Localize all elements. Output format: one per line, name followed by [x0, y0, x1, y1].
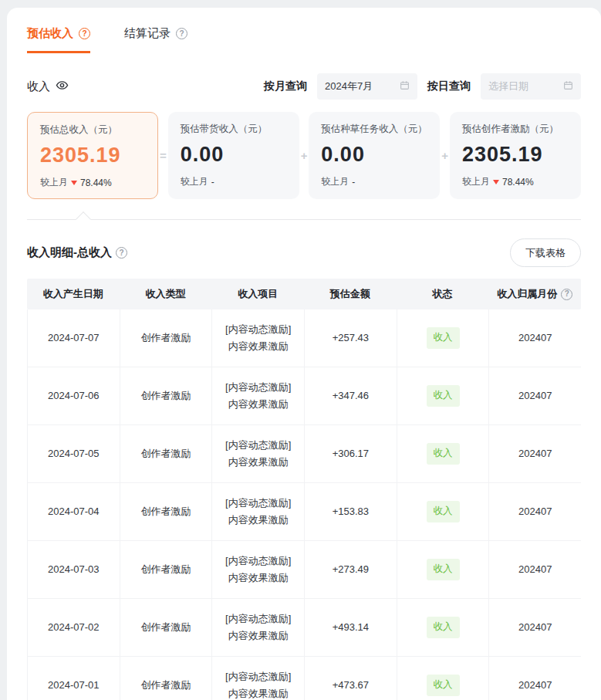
card-label: 预估总收入（元）: [40, 123, 145, 137]
tab-settlement-records-label: 结算记录: [124, 26, 171, 41]
header-attribution-month: 收入归属月份 ?: [488, 279, 581, 309]
card-footer: 较上月 -: [321, 175, 427, 188]
cell-amount: +493.14: [305, 599, 397, 656]
compare-label: 较上月: [321, 175, 349, 188]
question-icon[interactable]: ?: [176, 28, 187, 39]
card-footer: 较上月 78.44%: [40, 176, 145, 189]
cell-status: 收入: [397, 309, 490, 367]
card-value: 2305.19: [462, 143, 569, 167]
equals-operator: =: [158, 112, 168, 199]
cell-project: [内容动态激励] 内容效果激励: [212, 541, 305, 598]
cell-type: 创作者激励: [120, 541, 213, 598]
card-label: 预估种草任务收入（元）: [321, 123, 427, 136]
cell-month: 202407: [489, 483, 581, 540]
header-income-date: 收入产生日期: [27, 279, 120, 309]
cell-status: 收入: [397, 541, 490, 598]
card-value: 0.00: [321, 143, 427, 167]
toolbar: 收入 按月查询 2024年7月 按日查询: [7, 53, 601, 100]
cell-amount: +306.17: [305, 425, 397, 482]
table-row: 2024-07-07 创作者激励 [内容动态激励] 内容效果激励 +257.43…: [27, 309, 581, 367]
card-footer: 较上月 78.44%: [462, 175, 569, 188]
status-badge: 收入: [427, 617, 460, 637]
eye-icon[interactable]: [56, 79, 69, 94]
status-badge: 收入: [427, 559, 460, 580]
change-value: -: [352, 177, 355, 188]
summary-cards: 预估总收入（元） 2305.19 较上月 78.44% = 预估带货收入（元） …: [7, 100, 601, 199]
header-status: 状态: [397, 279, 489, 309]
cell-month: 202407: [489, 367, 581, 424]
card-label: 预估带货收入（元）: [181, 123, 287, 136]
plus-operator: +: [299, 112, 309, 199]
status-badge: 收入: [427, 385, 460, 406]
table-row: 2024-07-02 创作者激励 [内容动态激励] 内容效果激励 +493.14…: [27, 599, 581, 657]
plus-operator: +: [440, 112, 450, 199]
cell-project: [内容动态激励] 内容效果激励: [212, 483, 305, 540]
compare-label: 较上月: [462, 175, 490, 188]
cell-status: 收入: [397, 599, 490, 656]
table-row: 2024-07-06 创作者激励 [内容动态激励] 内容效果激励 +347.46…: [27, 367, 581, 425]
day-query-label: 按日查询: [427, 79, 471, 93]
card-total-income[interactable]: 预估总收入（元） 2305.19 较上月 78.44%: [27, 112, 158, 199]
cell-amount: +153.83: [305, 483, 397, 540]
month-picker[interactable]: 2024年7月: [317, 73, 417, 100]
change-value: -: [211, 177, 214, 188]
cell-amount: +347.46: [305, 367, 397, 424]
header-estimated-amount: 预估金额: [304, 279, 397, 309]
trend-down-icon: [493, 180, 499, 184]
tab-bar: 预估收入 ? 结算记录 ?: [7, 8, 601, 53]
status-badge: 收入: [427, 675, 460, 695]
card-label: 预估创作者激励（元）: [462, 123, 569, 136]
cell-month: 202407: [489, 425, 581, 482]
status-badge: 收入: [427, 501, 460, 522]
cell-project: [内容动态激励] 内容效果激励: [212, 309, 305, 367]
card-creator-incentive[interactable]: 预估创作者激励（元） 2305.19 较上月 78.44%: [450, 112, 581, 199]
calendar-icon: [400, 80, 410, 93]
cell-type: 创作者激励: [120, 309, 213, 367]
income-title: 收入: [27, 79, 69, 94]
card-footer: 较上月 -: [181, 175, 287, 188]
card-commerce-income[interactable]: 预估带货收入（元） 0.00 较上月 -: [168, 112, 299, 199]
cell-date: 2024-07-01: [27, 657, 120, 700]
date-filters: 按月查询 2024年7月 按日查询 选择日期: [264, 73, 581, 100]
table-header: 收入产生日期 收入类型 收入项目 预估金额 状态 收入归属月份 ?: [27, 279, 581, 309]
cell-type: 创作者激励: [120, 657, 213, 700]
compare-label: 较上月: [40, 176, 68, 189]
cell-amount: +473.67: [305, 657, 397, 700]
card-seeding-task-income[interactable]: 预估种草任务收入（元） 0.00 较上月 -: [309, 112, 440, 199]
card-value: 0.00: [181, 143, 287, 167]
cell-project: [内容动态激励] 内容效果激励: [212, 657, 305, 700]
cell-month: 202407: [489, 309, 581, 367]
earnings-panel: 预估收入 ? 结算记录 ? 收入 按月查询 2024年7月: [7, 8, 601, 700]
question-icon[interactable]: ?: [116, 247, 127, 259]
question-icon[interactable]: ?: [79, 28, 90, 39]
cell-type: 创作者激励: [120, 367, 213, 424]
cell-project: [内容动态激励] 内容效果激励: [212, 425, 305, 482]
month-picker-value: 2024年7月: [325, 79, 373, 93]
cell-date: 2024-07-06: [27, 367, 120, 424]
cell-date: 2024-07-03: [27, 541, 120, 598]
cell-date: 2024-07-05: [27, 425, 120, 482]
cell-status: 收入: [397, 483, 490, 540]
header-income-type: 收入类型: [120, 279, 212, 309]
income-detail-table: 收入产生日期 收入类型 收入项目 预估金额 状态 收入归属月份 ? 2024-0…: [27, 279, 581, 700]
card-value: 2305.19: [40, 144, 145, 167]
month-query-label: 按月查询: [264, 79, 307, 93]
download-table-button[interactable]: 下载表格: [510, 238, 581, 267]
cell-month: 202407: [489, 541, 581, 598]
trend-down-icon: [71, 181, 77, 185]
cell-month: 202407: [489, 599, 581, 656]
tab-estimated-income-label: 预估收入: [27, 26, 73, 41]
tab-settlement-records[interactable]: 结算记录 ?: [124, 26, 187, 53]
day-picker[interactable]: 选择日期: [481, 73, 581, 100]
cell-amount: +257.43: [305, 309, 397, 367]
table-row: 2024-07-05 创作者激励 [内容动态激励] 内容效果激励 +306.17…: [27, 425, 581, 483]
calendar-icon: [563, 80, 573, 93]
question-icon[interactable]: ?: [561, 289, 572, 300]
tab-estimated-income[interactable]: 预估收入 ?: [27, 26, 90, 53]
cell-date: 2024-07-02: [27, 599, 120, 656]
cell-month: 202407: [489, 657, 581, 700]
cell-project: [内容动态激励] 内容效果激励: [212, 367, 305, 424]
change-value: 78.44%: [80, 178, 112, 188]
table-row: 2024-07-04 创作者激励 [内容动态激励] 内容效果激励 +153.83…: [27, 483, 581, 541]
day-picker-placeholder: 选择日期: [488, 79, 528, 93]
